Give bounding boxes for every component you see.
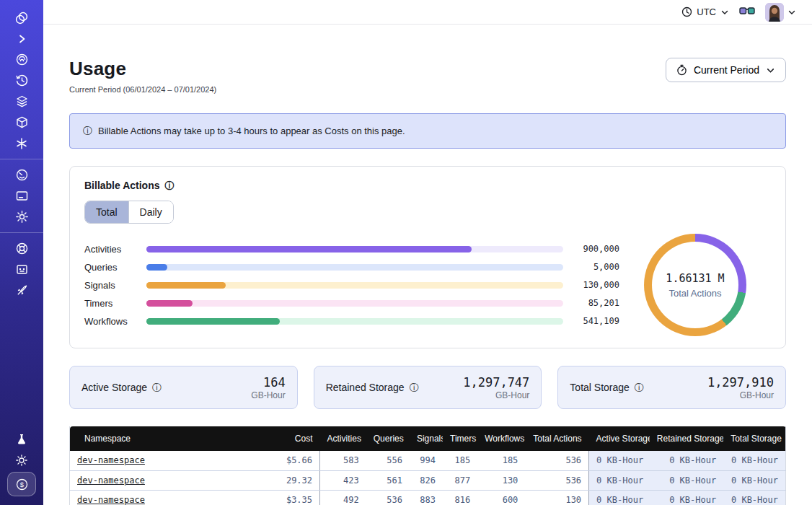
col-header-cost: Cost: [250, 426, 319, 451]
cell-signals: 994: [410, 451, 443, 470]
avatar[interactable]: [765, 3, 784, 22]
namespace-link[interactable]: dev-namespace: [77, 455, 145, 465]
total-actions-label: Total Actions: [669, 288, 722, 299]
cell-total-actions: 536: [525, 451, 588, 470]
cell-total-storage: 0 KB-Hour: [723, 470, 785, 490]
temporal-logo-icon[interactable]: [9, 9, 35, 27]
asterisk-icon[interactable]: [9, 134, 35, 152]
layers-icon[interactable]: [9, 92, 35, 110]
active-storage-card: Active Storageⓘ164GB-Hour: [69, 366, 298, 409]
col-header-total-actions: Total Actions: [525, 426, 588, 451]
storage-label: Total Storageⓘ: [570, 382, 644, 393]
page-title: Usage: [69, 58, 216, 80]
col-header-signals: Signals: [410, 426, 443, 451]
table-row: dev-namespace$5.665835569941851855360 KB…: [70, 451, 786, 470]
bar-label: Timers: [84, 298, 146, 309]
terminal-monitor-icon[interactable]: [9, 260, 35, 278]
chevron-down-icon: [787, 8, 796, 17]
cell-cost: $5.66: [250, 451, 319, 470]
cell-active-storage: 0 KB-Hour: [589, 451, 650, 470]
col-header-total-storage: Total Storage: [723, 426, 785, 451]
col-header-active-storage: Active Storage: [589, 426, 650, 451]
bar-fill: [146, 282, 226, 289]
settings-gear-icon[interactable]: [9, 208, 35, 226]
col-header-workflows: Workflows: [477, 426, 525, 451]
bar-track: [146, 246, 563, 252]
feedback-glasses-icon[interactable]: [739, 6, 755, 19]
cell-namespace: dev-namespace: [70, 470, 251, 490]
tab-daily[interactable]: Daily: [128, 201, 173, 223]
bar-label: Workflows: [84, 316, 146, 327]
current-period-button[interactable]: Current Period: [666, 58, 786, 82]
clock-icon: [681, 6, 692, 17]
cell-signals: 826: [410, 470, 443, 490]
collapse-chevron-icon[interactable]: [9, 30, 35, 48]
labs-flask-icon[interactable]: [9, 430, 35, 448]
cell-namespace: dev-namespace: [70, 451, 251, 470]
billable-actions-title-text: Billable Actions: [84, 180, 160, 191]
theme-sun-icon[interactable]: [9, 451, 35, 469]
bar-row-signals: Signals130,000: [84, 276, 619, 294]
bar-value: 541,109: [563, 316, 619, 326]
schedules-clock-icon[interactable]: [9, 71, 35, 89]
main-area: UTC Usage: [43, 0, 812, 505]
cell-signals: 883: [410, 490, 443, 505]
cell-workflows: 600: [477, 490, 525, 505]
support-lifebuoy-icon[interactable]: [9, 240, 35, 258]
retained-storage-card: Retained Storageⓘ1,297,747GB-Hour: [314, 366, 542, 409]
cell-timers: 185: [443, 451, 477, 470]
bar-value: 900,000: [563, 244, 619, 254]
table-row: dev-namespace29.324235618268771305360 KB…: [70, 470, 786, 490]
cube-icon[interactable]: [9, 113, 35, 131]
bar-fill: [146, 318, 280, 325]
storage-unit: GB-Hour: [463, 390, 529, 400]
total-storage-card: Total Storageⓘ1,297,910GB-Hour: [557, 366, 786, 409]
cell-retained-storage: 0 KB-Hour: [650, 451, 723, 470]
topbar: UTC: [43, 0, 812, 25]
col-header-retained-storage: Retained Storage: [650, 426, 723, 451]
user-menu[interactable]: [765, 3, 796, 22]
cell-activities: 423: [320, 470, 366, 490]
cell-activities: 492: [320, 490, 366, 505]
info-icon[interactable]: ⓘ: [410, 383, 419, 392]
bar-row-queries: Queries5,000: [84, 258, 619, 276]
cell-namespace: dev-namespace: [70, 490, 251, 505]
rocket-icon[interactable]: [9, 281, 35, 299]
namespace-link[interactable]: dev-namespace: [77, 475, 145, 486]
col-header-queries: Queries: [366, 426, 410, 451]
usage-billing-active-item[interactable]: $: [7, 472, 36, 496]
col-header-activities: Activities: [320, 426, 366, 451]
cell-timers: 877: [443, 470, 477, 490]
chevron-down-icon: [720, 8, 729, 17]
page-subtitle: Current Period (06/01/2024 – 07/01/2024): [69, 85, 216, 94]
info-icon[interactable]: ⓘ: [635, 383, 644, 392]
info-icon[interactable]: ⓘ: [165, 181, 175, 190]
bar-track: [146, 300, 563, 307]
namespace-link[interactable]: dev-namespace: [77, 495, 145, 505]
bar-value: 5,000: [563, 262, 619, 272]
namespaces-icon[interactable]: [9, 50, 35, 69]
cell-queries: 561: [366, 470, 410, 490]
donut-zone: 1.66131 M Total Actions: [619, 234, 771, 336]
storage-value: 1,297,910: [707, 375, 774, 390]
tab-total[interactable]: Total: [85, 201, 128, 223]
usage-gauge-icon[interactable]: [9, 166, 35, 184]
bar-chart: Activities900,000Queries5,000Signals130,…: [84, 240, 619, 330]
bar-fill: [146, 246, 472, 252]
storage-label: Retained Storageⓘ: [326, 382, 419, 393]
bar-row-workflows: Workflows541,109: [84, 312, 619, 330]
timezone-selector[interactable]: UTC: [681, 6, 729, 17]
billing-card-icon[interactable]: [9, 187, 35, 205]
bar-fill: [146, 300, 193, 307]
cell-total-actions: 536: [525, 470, 588, 490]
cell-cost: 29.32: [250, 470, 319, 490]
sidebar-divider: [0, 159, 43, 159]
info-icon[interactable]: ⓘ: [152, 383, 162, 392]
bar-track: [146, 264, 563, 271]
bar-track: [146, 318, 563, 325]
cell-total-storage: 0 KB-Hour: [723, 490, 785, 505]
cell-activities: 583: [320, 451, 366, 470]
svg-text:$: $: [19, 480, 24, 488]
bar-row-activities: Activities900,000: [84, 240, 619, 258]
bar-value: 85,201: [563, 298, 619, 308]
